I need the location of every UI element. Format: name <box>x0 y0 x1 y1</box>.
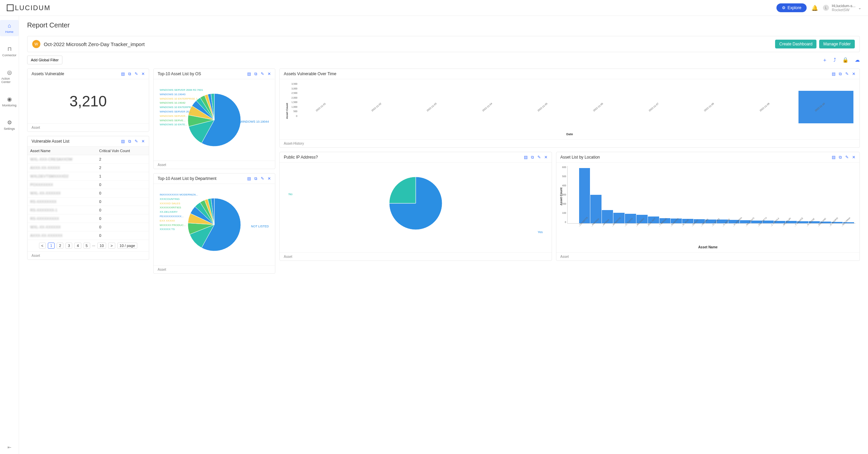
table-row[interactable]: RS-XXXXXXXXX0 <box>27 214 149 223</box>
asset-name: AXXX-XX-XXXXX <box>30 166 60 170</box>
target-icon: ◎ <box>7 69 12 76</box>
x-axis: 2022-11-012022-11-022022-11-032022-11-04… <box>284 123 855 126</box>
vulnerable-asset-table: Asset Name Critical Vuln Count WXL-XXX-C… <box>27 147 149 240</box>
copy-icon[interactable]: ⧉ <box>839 71 842 76</box>
table-row[interactable]: RS-XXXXXXX-10 <box>27 206 149 214</box>
edit-icon[interactable]: ✎ <box>261 176 264 181</box>
col-asset-name[interactable]: Asset Name <box>27 147 97 155</box>
panel-vulnerable-asset-list: Vulnerable Asset List ▤ ⧉ ✎ ✕ <box>27 136 149 260</box>
table-row[interactable]: RS-XXXXXXXX0 <box>27 198 149 206</box>
close-icon[interactable]: ✕ <box>544 155 548 160</box>
close-icon[interactable]: ✕ <box>141 71 145 76</box>
table-row[interactable]: WXLDEVTSMXXXXD21 <box>27 172 149 181</box>
sidebar-item-monitoring[interactable]: ◉ Monitoring <box>0 93 19 110</box>
avatar: L <box>823 5 829 11</box>
text-icon[interactable]: ▤ <box>121 139 125 144</box>
gear-icon: ⚙ <box>7 119 12 126</box>
text-icon[interactable]: ▤ <box>832 71 835 76</box>
table-row[interactable]: POXXXXXXX0 <box>27 181 149 189</box>
bar-chart-location: Asset Count 6005004003002001000 <box>567 166 855 224</box>
pagination-page[interactable]: 4 <box>74 243 81 249</box>
vuln-count: 2 <box>97 155 149 164</box>
create-dashboard-button[interactable]: Create Dashboard <box>775 40 816 48</box>
sidebar-item-label: Connector <box>2 54 17 57</box>
panel-title: Top-10 Asset List by Department <box>158 176 216 181</box>
pagination-next[interactable]: > <box>108 243 115 249</box>
panel-assets-vulnerable: Assets Vulnerable ▤ ⧉ ✎ ✕ 3,210 Asset <box>27 68 149 132</box>
plus-icon[interactable]: ＋ <box>822 57 827 63</box>
close-icon[interactable]: ✕ <box>268 71 271 76</box>
table-row[interactable]: AXXX-XX-XXXXXX0 <box>27 231 149 240</box>
panel-title: Assets Vulnerable <box>32 71 64 76</box>
x-axis-label: Asset Name <box>560 245 855 249</box>
table-row[interactable]: WXL-XX-XXXXXX0 <box>27 223 149 231</box>
close-icon[interactable]: ✕ <box>852 71 855 76</box>
chevron-down-icon: ⌄ <box>858 6 861 10</box>
top-header: LUCIDUM ⚙ Explore 🔔 L Hi,lucidum-s... Ro… <box>0 0 868 16</box>
pie-label-no: No <box>289 192 293 196</box>
edit-icon[interactable]: ✎ <box>135 139 138 144</box>
pagination-page[interactable]: 2 <box>57 243 63 249</box>
sidebar-item-label: Monitoring <box>2 104 16 107</box>
sidebar-item-home[interactable]: ⌂ Home <box>0 20 19 36</box>
main-content: Report Center W Oct-2022 Microsoft Zero-… <box>19 16 868 454</box>
connector-icon: ⊓ <box>7 46 12 52</box>
pie-label-yes: Yes <box>538 230 543 234</box>
table-row[interactable]: AXXX-XX-XXXXX2 <box>27 164 149 172</box>
text-icon[interactable]: ▤ <box>247 176 251 181</box>
sidebar-collapse[interactable]: ⇤ <box>7 445 12 450</box>
text-icon[interactable]: ▤ <box>832 155 835 160</box>
sidebar-item-label: Settings <box>4 127 15 130</box>
explore-button[interactable]: ⚙ Explore <box>776 3 807 12</box>
asset-name: WXL-XXX-CRESAXXOW <box>30 157 73 161</box>
pagination-last[interactable]: 10 <box>97 243 106 249</box>
sidebar-item-action-center[interactable]: ◎ Action Center <box>0 66 19 86</box>
copy-icon[interactable]: ⧉ <box>254 176 257 181</box>
edit-icon[interactable]: ✎ <box>537 155 541 160</box>
user-menu[interactable]: L Hi,lucidum-s... RocketSW ⌄ <box>823 4 861 12</box>
sidebar-item-label: Home <box>5 30 13 34</box>
edit-icon[interactable]: ✎ <box>135 71 138 76</box>
pagination-page[interactable]: 1 <box>48 243 55 249</box>
pagination-page[interactable]: 3 <box>65 243 72 249</box>
sidebar-item-connector[interactable]: ⊓ Connector <box>0 43 19 60</box>
panel-footer: Asset <box>154 265 275 273</box>
pie-chart-ip <box>387 174 445 232</box>
pagination-per-page[interactable]: 10 / page <box>117 243 138 249</box>
asset-name: AXXX-XX-XXXXXX <box>30 233 62 238</box>
table-row[interactable]: WXL-XX-XXXXXX0 <box>27 189 149 198</box>
panel-title: Assets Vulnerable Over Time <box>284 71 336 76</box>
close-icon[interactable]: ✕ <box>268 176 271 181</box>
asset-name: WXL-XX-XXXXXX <box>30 191 61 195</box>
lock-icon[interactable]: 🔒 <box>842 57 849 63</box>
table-row[interactable]: WXL-XXX-CRESAXXOW2 <box>27 155 149 164</box>
copy-icon[interactable]: ⧉ <box>128 139 131 144</box>
col-vuln-count[interactable]: Critical Vuln Count <box>97 147 149 155</box>
panel-top10-dept: Top-10 Asset List by Department ▤ ⧉ ✎ ✕ … <box>153 173 275 274</box>
pie-labels: WINDOWS SERVER 2008 R2.7601WINDOWS 10.19… <box>160 88 203 127</box>
add-global-filter-button[interactable]: Add Global Filter <box>27 56 62 64</box>
text-icon[interactable]: ▤ <box>247 71 251 76</box>
edit-icon[interactable]: ✎ <box>845 71 849 76</box>
cloud-upload-icon[interactable]: ☁ <box>855 57 860 63</box>
edit-icon[interactable]: ✎ <box>845 155 849 160</box>
copy-icon[interactable]: ⧉ <box>531 155 534 160</box>
pagination-prev[interactable]: < <box>39 243 46 249</box>
sidebar-item-settings[interactable]: ⚙ Settings <box>0 117 19 133</box>
x-axis-label: Date <box>284 132 855 136</box>
pagination-page[interactable]: 5 <box>83 243 90 249</box>
copy-icon[interactable]: ⧉ <box>128 71 131 76</box>
panel-public-ip: Public IP Address? ▤ ⧉ ✎ ✕ No <box>279 152 552 261</box>
explore-label: Explore <box>788 5 802 10</box>
close-icon[interactable]: ✕ <box>141 139 145 144</box>
share-icon[interactable]: ⤴ <box>833 57 836 63</box>
edit-icon[interactable]: ✎ <box>261 71 264 76</box>
y-axis: 6005004003002001000 <box>556 166 566 223</box>
manage-folder-button[interactable]: Manage Folder <box>819 40 855 48</box>
text-icon[interactable]: ▤ <box>121 71 125 76</box>
close-icon[interactable]: ✕ <box>852 155 855 160</box>
copy-icon[interactable]: ⧉ <box>254 71 257 76</box>
text-icon[interactable]: ▤ <box>524 155 528 160</box>
copy-icon[interactable]: ⧉ <box>839 155 842 160</box>
bell-icon[interactable]: 🔔 <box>811 5 818 11</box>
